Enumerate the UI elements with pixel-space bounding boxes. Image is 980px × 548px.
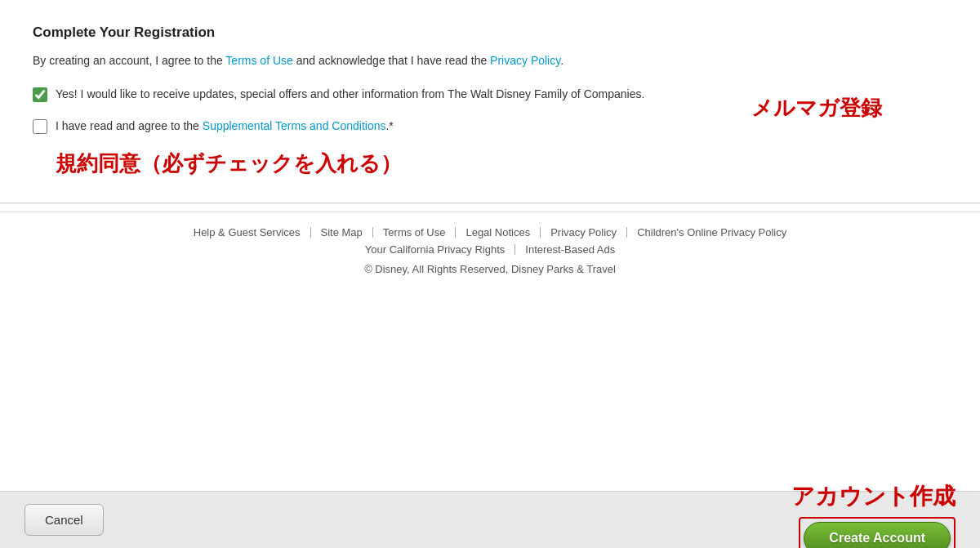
- supplemental-checkbox-row: I have read and agree to the Supplementa…: [33, 118, 947, 135]
- mailing-checkbox[interactable]: [33, 87, 47, 102]
- agreement-text-before-terms: By creating an account, I agree to the: [33, 54, 225, 67]
- footer-links-section: Help & Guest Services Site Map Terms of …: [0, 212, 980, 290]
- supplemental-label-suffix: .*: [385, 119, 393, 132]
- create-account-button[interactable]: Create Account: [804, 522, 951, 549]
- supplemental-checkbox[interactable]: [33, 119, 47, 134]
- supplemental-terms-link[interactable]: Supplemental Terms and Conditions: [203, 119, 386, 132]
- supplemental-label[interactable]: I have read and agree to the Supplementa…: [56, 118, 394, 135]
- divider: [0, 203, 980, 203]
- footer-link-sitemap[interactable]: Site Map: [311, 227, 373, 238]
- create-account-area: アカウント作成 Create Account: [791, 481, 956, 549]
- footer-links-row2: Your California Privacy Rights Interest-…: [33, 244, 947, 255]
- footer-link-privacy[interactable]: Privacy Policy: [541, 227, 627, 238]
- supplemental-label-prefix: I have read and agree to the: [56, 119, 203, 132]
- footer-copyright: © Disney, All Rights Reserved, Disney Pa…: [33, 263, 947, 275]
- footer-link-help[interactable]: Help & Guest Services: [184, 227, 311, 238]
- privacy-policy-link[interactable]: Privacy Policy: [490, 54, 560, 67]
- mailing-checkbox-row: Yes! I would like to receive updates, sp…: [33, 86, 947, 103]
- footer-link-terms[interactable]: Terms of Use: [373, 227, 457, 238]
- footer-link-legal[interactable]: Legal Notices: [456, 227, 541, 238]
- page-title: Complete Your Registration: [33, 25, 947, 41]
- rules-annotation: 規約同意（必ずチェックを入れる）: [56, 149, 947, 178]
- bottom-bar: Cancel アカウント作成 Create Account: [0, 491, 980, 548]
- agreement-text-after-terms: and acknowledge that I have read the: [293, 54, 490, 67]
- terms-of-use-link[interactable]: Terms of Use: [225, 54, 292, 67]
- create-account-annotation: アカウント作成: [791, 481, 956, 512]
- cancel-button[interactable]: Cancel: [24, 504, 104, 536]
- mailing-label[interactable]: Yes! I would like to receive updates, sp…: [56, 86, 644, 103]
- footer-link-interest-ads[interactable]: Interest-Based Ads: [515, 244, 625, 255]
- create-account-wrapper: Create Account: [799, 517, 956, 549]
- footer-links-row1: Help & Guest Services Site Map Terms of …: [33, 227, 947, 238]
- agreement-text: By creating an account, I agree to the T…: [33, 52, 947, 69]
- footer-link-california[interactable]: Your California Privacy Rights: [355, 244, 515, 255]
- footer-link-children-privacy[interactable]: Children's Online Privacy Policy: [627, 227, 796, 238]
- agreement-text-end: .: [560, 54, 564, 67]
